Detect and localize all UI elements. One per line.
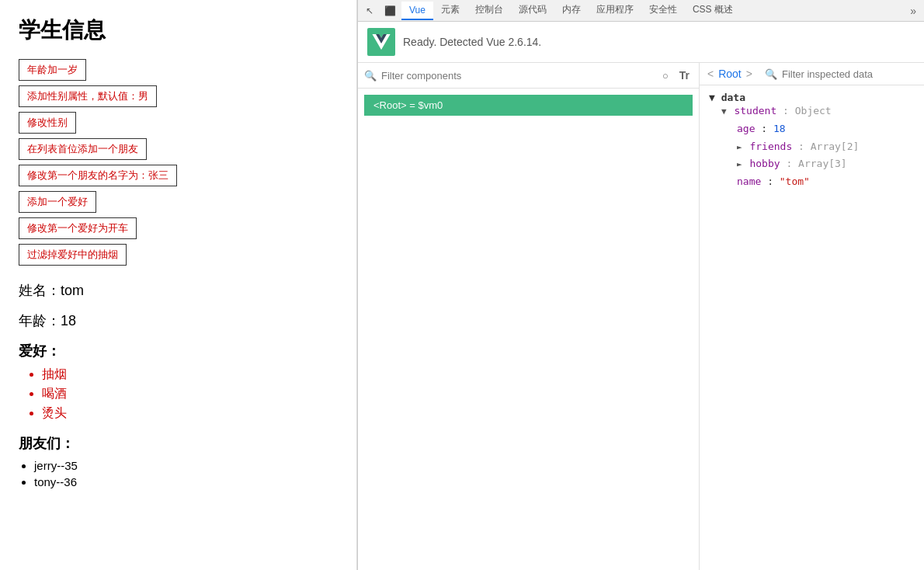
components-filter-bar: 🔍 ○ Tr [358,63,699,89]
filter-inspected-search-icon: 🔍 [765,68,777,80]
inspect-icon[interactable]: ⬛ [381,2,398,19]
tab-security[interactable]: 安全性 [641,0,685,21]
friend-item: jerry--35 [34,459,338,472]
devtools-panel: ↖ ⬛ Vue 元素 控制台 源代码 内存 应用程序 安全性 CSS 概述 » … [357,0,924,570]
hobby-item: 喝酒 [42,386,338,402]
friends-list: jerry--35 tony--36 [34,459,338,488]
filter-inspected-input[interactable] [782,68,916,80]
vue-ready-text: Ready. Detected Vue 2.6.14. [403,36,541,48]
vue-logo [367,28,395,56]
settings-icon[interactable]: ○ [659,68,672,83]
search-icon: 🔍 [364,70,377,82]
filter-components-input[interactable] [381,70,655,82]
devtools-main: 🔍 ○ Tr <Root> = $vm0 <Root> 🔍 ▼ data ▼ [358,63,924,570]
tab-console[interactable]: 控制台 [467,0,511,21]
data-tree: ▼ data ▼ student : Object age : 18 ► fri [700,85,924,570]
tab-icons: ↖ ⬛ [361,2,398,19]
hobby-item: 抽烟 [42,367,338,383]
root-label[interactable]: Root [718,68,742,80]
name-node: name : "tom" [737,174,915,190]
student-key: student [734,105,776,116]
root-component-item[interactable]: <Root> = $vm0 [364,95,693,116]
hobby-type: : Array[3] [786,158,846,169]
btn-gender-attr[interactable]: 添加性别属性，默认值：男 [19,85,157,107]
cursor-icon[interactable]: ↖ [361,2,378,19]
age-label: 年龄： [19,313,61,328]
inspector-panel: <Root> 🔍 ▼ data ▼ student : Object age [700,63,924,570]
tab-vue[interactable]: Vue [401,2,433,20]
tab-memory[interactable]: 内存 [554,0,589,21]
btn-age[interactable]: 年龄加一岁 [19,59,86,81]
hobby-expand-arrow[interactable]: ► [737,159,742,169]
page-title: 学生信息 [19,16,338,45]
student-node: ▼ student : Object [721,103,915,120]
age-value: 18 [773,123,786,134]
friends-node: ► friends : Array[2] [737,139,915,155]
tab-css[interactable]: CSS 概述 [685,0,741,21]
hobbies-label: 爱好： [19,342,338,360]
vue-banner: Ready. Detected Vue 2.6.14. [358,22,924,63]
bracket-open: < [707,68,714,80]
friends-type: : Array[2] [798,141,859,152]
inspector-header: <Root> 🔍 [700,63,924,85]
btn-rename-friend[interactable]: 修改第一个朋友的名字为：张三 [19,165,177,186]
age-key: age [737,123,755,134]
student-type: : Object [783,105,832,116]
btn-change-hobby[interactable]: 修改第一个爱好为开车 [19,217,137,239]
name-value: tom [61,283,84,298]
age-colon: : [761,123,773,134]
data-key-label: ▼ data [709,92,745,103]
btn-add-hobby[interactable]: 添加一个爱好 [19,191,96,213]
student-name-row: 姓名：tom [19,281,338,301]
tab-elements[interactable]: 元素 [433,0,467,21]
components-panel: 🔍 ○ Tr <Root> = $vm0 [358,63,700,570]
age-value: 18 [61,313,76,328]
btn-add-friend[interactable]: 在列表首位添加一个朋友 [19,138,147,160]
bracket-close: > [746,68,752,80]
hobby-node: ► hobby : Array[3] [737,156,915,172]
friend-item: tony--36 [34,475,338,488]
sort-icon[interactable]: Tr [676,68,693,83]
name-value: "tom" [780,176,810,187]
devtools-tabs: ↖ ⬛ Vue 元素 控制台 源代码 内存 应用程序 安全性 CSS 概述 » [358,0,924,22]
name-colon: : [767,176,780,187]
student-age-row: 年龄：18 [19,311,338,331]
friends-key: friends [749,141,792,152]
tab-more-icon[interactable]: » [905,5,921,17]
btn-change-gender[interactable]: 修改性别 [19,112,76,134]
student-info: 姓名：tom 年龄：18 爱好： 抽烟 喝酒 烫头 朋友们： jerry--35… [19,281,338,488]
left-panel: 学生信息 年龄加一岁 添加性别属性，默认值：男 修改性别 在列表首位添加一个朋友… [0,0,357,570]
hobbies-list: 抽烟 喝酒 烫头 [42,367,338,422]
friends-label: 朋友们： [19,434,338,453]
hobby-item: 烫头 [42,405,338,422]
name-label: 姓名： [19,283,61,298]
tab-sources[interactable]: 源代码 [511,0,554,21]
student-expand-arrow[interactable]: ▼ [721,106,727,116]
data-root-node: ▼ data [709,92,915,103]
friends-expand-arrow[interactable]: ► [737,142,742,152]
name-key: name [737,176,761,187]
hobby-key: hobby [749,158,780,169]
age-node: age : 18 [737,121,915,137]
btn-filter-hobby[interactable]: 过滤掉爱好中的抽烟 [19,244,127,266]
tab-app[interactable]: 应用程序 [589,0,641,21]
student-children: age : 18 ► friends : Array[2] ► hobby : … [724,121,915,190]
button-group: 年龄加一岁 添加性别属性，默认值：男 修改性别 在列表首位添加一个朋友 修改第一… [19,59,338,266]
